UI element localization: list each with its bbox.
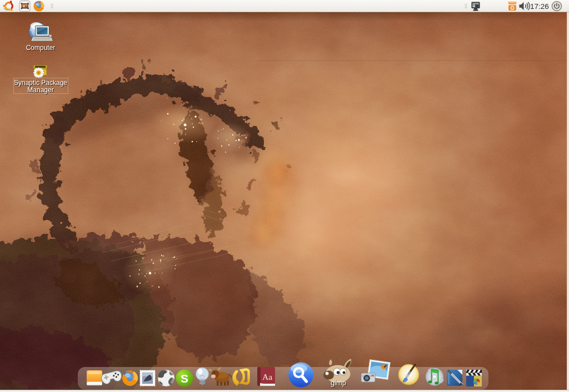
svg-text:Synaptic Package: Synaptic Package <box>14 79 67 87</box>
svg-text:gimp: gimp <box>331 379 346 387</box>
svg-text:S: S <box>181 372 188 385</box>
svg-text:Manager: Manager <box>27 86 53 94</box>
svg-text:Computer: Computer <box>26 44 56 52</box>
svg-text:Aa: Aa <box>262 372 272 381</box>
